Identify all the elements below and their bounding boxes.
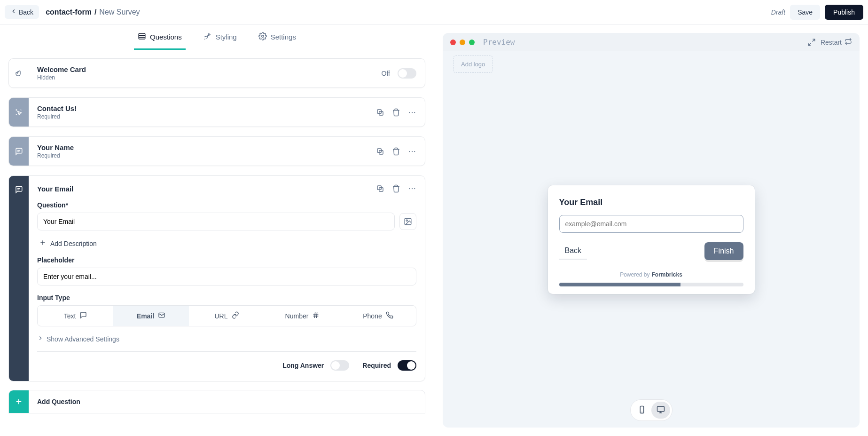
segment-label: Number bbox=[285, 312, 309, 320]
survey-email-input[interactable] bbox=[559, 215, 743, 233]
mail-icon bbox=[158, 311, 165, 320]
cursor-click-icon[interactable] bbox=[9, 98, 29, 127]
plus-icon bbox=[9, 390, 29, 413]
placeholder-input[interactable] bbox=[37, 268, 416, 285]
question-title: Contact Us! bbox=[37, 104, 77, 112]
survey-card: Your Email Back Finish Powered by Formbr… bbox=[548, 185, 755, 294]
topbar-right: Draft Save Publish bbox=[771, 5, 863, 20]
add-question-label: Add Question bbox=[29, 390, 89, 413]
tab-questions[interactable]: Questions bbox=[134, 25, 186, 50]
input-type-text[interactable]: Text bbox=[38, 306, 113, 326]
survey-finish-button[interactable]: Finish bbox=[704, 242, 743, 260]
survey-progress bbox=[559, 283, 743, 286]
copy-icon[interactable] bbox=[376, 108, 384, 117]
expand-icon[interactable] bbox=[807, 38, 816, 47]
svg-point-3 bbox=[261, 35, 264, 38]
publish-button[interactable]: Publish bbox=[825, 5, 863, 20]
add-description-button[interactable]: Add Description bbox=[37, 239, 416, 248]
input-type-segmented: Text Email URL bbox=[37, 305, 416, 326]
device-desktop[interactable] bbox=[651, 402, 670, 419]
copy-icon[interactable] bbox=[376, 184, 384, 193]
breadcrumb-sep: / bbox=[94, 8, 96, 16]
editor-panel: Questions Styling Settings bbox=[0, 24, 434, 436]
message-icon[interactable] bbox=[9, 176, 29, 381]
svg-point-24 bbox=[406, 220, 407, 221]
add-logo-button[interactable]: Add logo bbox=[453, 55, 493, 73]
tab-styling[interactable]: Styling bbox=[200, 25, 241, 50]
segment-label: Email bbox=[137, 312, 154, 320]
preview-center: Your Email Back Finish Powered by Formbr… bbox=[443, 51, 860, 428]
device-mobile[interactable] bbox=[633, 402, 651, 419]
input-type-url[interactable]: URL bbox=[189, 306, 265, 326]
trash-icon[interactable] bbox=[392, 147, 400, 156]
more-icon[interactable] bbox=[408, 108, 416, 117]
svg-line-30 bbox=[315, 312, 315, 318]
breadcrumb: contact-form / New Survey bbox=[46, 8, 140, 16]
preview-frame: Preview Restart Add logo Your Email Back bbox=[443, 33, 860, 428]
placeholder-field-label: Placeholder bbox=[37, 256, 416, 264]
hash-icon bbox=[312, 311, 320, 320]
question-card-contact-us[interactable]: Contact Us! Required bbox=[8, 97, 425, 127]
device-switch bbox=[630, 399, 673, 421]
tab-styling-label: Styling bbox=[216, 33, 237, 41]
breadcrumb-project: contact-form bbox=[46, 8, 92, 16]
question-input[interactable] bbox=[37, 213, 395, 230]
trash-icon[interactable] bbox=[392, 108, 400, 117]
restart-label: Restart bbox=[821, 39, 842, 46]
question-title: Your Email bbox=[37, 185, 73, 193]
topbar: Back contact-form / New Survey Draft Sav… bbox=[0, 0, 868, 24]
grab-icon[interactable] bbox=[9, 59, 29, 87]
welcome-card-subtitle: Hidden bbox=[37, 74, 86, 81]
traffic-green-icon bbox=[469, 40, 475, 45]
long-answer-toggle[interactable] bbox=[330, 360, 349, 371]
svg-point-15 bbox=[414, 151, 415, 151]
question-card-your-name[interactable]: Your Name Required bbox=[8, 136, 425, 166]
welcome-toggle[interactable] bbox=[398, 68, 416, 79]
preview-topbar: Preview Restart bbox=[443, 33, 860, 51]
svg-point-6 bbox=[409, 111, 410, 112]
restart-button[interactable]: Restart bbox=[821, 38, 852, 47]
segment-label: Text bbox=[64, 312, 76, 320]
advanced-label: Show Advanced Settings bbox=[47, 335, 119, 343]
brush-icon bbox=[203, 32, 212, 42]
message-icon[interactable] bbox=[9, 137, 29, 166]
tab-settings-label: Settings bbox=[271, 33, 296, 41]
phone-icon bbox=[386, 311, 393, 320]
trash-icon[interactable] bbox=[392, 184, 400, 193]
question-list: Welcome Card Hidden Off Contact Us! bbox=[0, 51, 434, 436]
chevron-left-icon bbox=[10, 8, 17, 16]
svg-line-31 bbox=[317, 312, 317, 318]
add-question-button[interactable]: Add Question bbox=[8, 390, 425, 413]
svg-rect-0 bbox=[139, 33, 145, 39]
required-toggle[interactable] bbox=[398, 360, 416, 371]
tab-questions-label: Questions bbox=[150, 33, 182, 41]
svg-line-34 bbox=[812, 39, 814, 41]
more-icon[interactable] bbox=[408, 147, 416, 156]
add-description-label: Add Description bbox=[50, 240, 97, 247]
powered-brand: Formbricks bbox=[652, 271, 682, 278]
svg-point-13 bbox=[409, 151, 410, 151]
show-advanced-settings[interactable]: Show Advanced Settings bbox=[37, 335, 416, 343]
save-button[interactable]: Save bbox=[790, 5, 820, 20]
input-type-number[interactable]: Number bbox=[265, 306, 340, 326]
welcome-card[interactable]: Welcome Card Hidden Off bbox=[8, 58, 425, 88]
refresh-icon bbox=[845, 38, 852, 47]
more-icon[interactable] bbox=[408, 184, 416, 193]
copy-icon[interactable] bbox=[376, 147, 384, 156]
topbar-left: Back contact-form / New Survey bbox=[5, 5, 140, 19]
input-type-phone[interactable]: Phone bbox=[340, 306, 416, 326]
tab-settings[interactable]: Settings bbox=[255, 25, 300, 50]
rows-icon bbox=[138, 32, 146, 42]
long-answer-label: Long Answer bbox=[282, 362, 324, 369]
preview-label: Preview bbox=[483, 38, 515, 47]
back-button[interactable]: Back bbox=[5, 5, 39, 19]
powered-by: Powered by Formbricks bbox=[559, 271, 743, 278]
desktop-icon bbox=[657, 405, 665, 415]
segment-label: Phone bbox=[363, 312, 382, 320]
gear-icon bbox=[258, 32, 267, 42]
powered-prefix: Powered by bbox=[620, 271, 649, 278]
question-card-your-email: Your Email Question* bbox=[8, 175, 425, 381]
input-type-email[interactable]: Email bbox=[113, 306, 189, 326]
survey-back-button[interactable]: Back bbox=[559, 243, 587, 260]
image-icon[interactable] bbox=[399, 213, 416, 230]
